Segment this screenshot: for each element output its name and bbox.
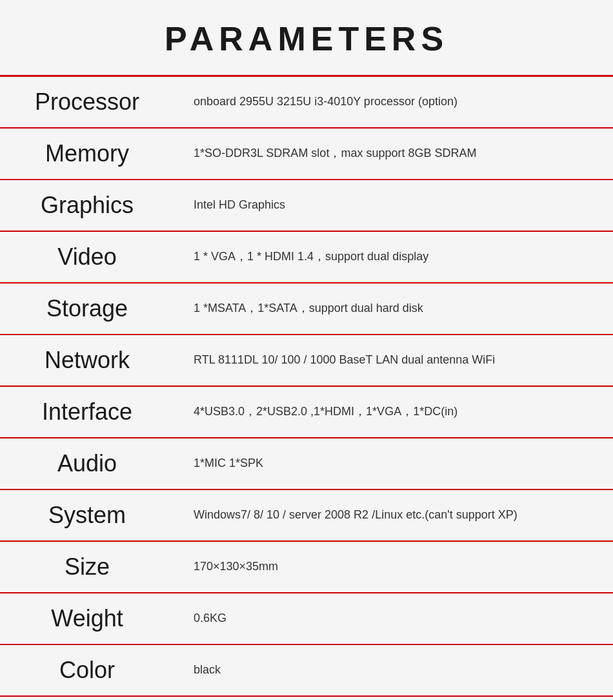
row-value: Windows7/ 8/ 10 / server 2008 R2 /Linux … <box>194 508 518 521</box>
label-cell: Adaptor <box>0 696 168 700</box>
value-cell: 12V 3A <box>168 696 613 700</box>
label-cell: Size <box>0 541 168 593</box>
label-cell: Processor <box>0 77 168 128</box>
table-row: Adaptor12V 3A <box>0 696 613 700</box>
table-row: Memory1*SO-DDR3L SDRAM slot，max support … <box>0 128 613 180</box>
page-container: PARAMETERS Processoronboard 2955U 3215U … <box>0 0 613 700</box>
table-row: Weight0.6KG <box>0 593 613 644</box>
table-row: NetworkRTL 8111DL 10/ 100 / 1000 BaseT L… <box>0 335 613 386</box>
table-row: Interface4*USB3.0，2*USB2.0 ,1*HDMI，1*VGA… <box>0 386 613 438</box>
value-cell: Windows7/ 8/ 10 / server 2008 R2 /Linux … <box>168 489 613 541</box>
value-cell: 170×130×35mm <box>168 541 613 593</box>
label-cell: Network <box>0 335 168 386</box>
value-cell: onboard 2955U 3215U i3-4010Y processor (… <box>168 77 613 128</box>
row-value: 1*SO-DDR3L SDRAM slot，max support 8GB SD… <box>194 147 476 160</box>
row-label: Processor <box>35 88 139 115</box>
row-value: RTL 8111DL 10/ 100 / 1000 BaseT LAN dual… <box>194 353 495 366</box>
row-label: Video <box>57 243 116 270</box>
row-label: Weight <box>51 605 123 632</box>
row-label: Memory <box>45 140 129 167</box>
row-value: 4*USB3.0，2*USB2.0 ,1*HDMI，1*VGA，1*DC(in) <box>194 405 457 418</box>
row-value: 0.6KG <box>194 612 226 624</box>
row-label: Graphics <box>41 192 134 218</box>
label-cell: Storage <box>0 283 168 335</box>
label-cell: Interface <box>0 386 168 438</box>
table-row: GraphicsIntel HD Graphics <box>0 180 613 231</box>
row-value: Intel HD Graphics <box>194 198 285 211</box>
label-cell: System <box>0 489 168 541</box>
label-cell: Weight <box>0 593 168 644</box>
label-cell: Graphics <box>0 180 168 231</box>
value-cell: 1 * VGA，1 * HDMI 1.4，support dual displa… <box>168 231 613 283</box>
row-value: 1 * VGA，1 * HDMI 1.4，support dual displa… <box>194 250 428 263</box>
label-cell: Memory <box>0 128 168 180</box>
row-label: Audio <box>57 450 117 477</box>
row-value: black <box>194 663 221 676</box>
page-title: PARAMETERS <box>0 13 613 68</box>
label-cell: Video <box>0 231 168 283</box>
value-cell: 0.6KG <box>168 593 613 644</box>
row-label: System <box>48 502 126 528</box>
row-value: 170×130×35mm <box>194 560 278 573</box>
row-label: Network <box>45 347 130 373</box>
row-value: 1 *MSATA，1*SATA，support dual hard disk <box>194 302 423 314</box>
value-cell: 4*USB3.0，2*USB2.0 ,1*HDMI，1*VGA，1*DC(in) <box>168 386 613 438</box>
row-label: Color <box>59 657 115 683</box>
table-row: Size170×130×35mm <box>0 541 613 593</box>
params-table: Processoronboard 2955U 3215U i3-4010Y pr… <box>0 77 613 700</box>
table-row: Video1 * VGA，1 * HDMI 1.4，support dual d… <box>0 231 613 283</box>
table-row: Processoronboard 2955U 3215U i3-4010Y pr… <box>0 77 613 128</box>
label-cell: Color <box>0 644 168 696</box>
row-value: onboard 2955U 3215U i3-4010Y processor (… <box>194 95 457 108</box>
row-value: 1*MIC 1*SPK <box>194 457 263 469</box>
row-label: Storage <box>46 295 128 322</box>
value-cell: RTL 8111DL 10/ 100 / 1000 BaseT LAN dual… <box>168 335 613 386</box>
row-label: Size <box>65 553 110 580</box>
table-row: Audio1*MIC 1*SPK <box>0 438 613 489</box>
value-cell: 1 *MSATA，1*SATA，support dual hard disk <box>168 283 613 335</box>
value-cell: black <box>168 644 613 696</box>
value-cell: 1*MIC 1*SPK <box>168 438 613 489</box>
value-cell: 1*SO-DDR3L SDRAM slot，max support 8GB SD… <box>168 128 613 180</box>
table-row: Colorblack <box>0 644 613 696</box>
table-row: Storage1 *MSATA，1*SATA，support dual hard… <box>0 283 613 335</box>
value-cell: Intel HD Graphics <box>168 180 613 231</box>
label-cell: Audio <box>0 438 168 489</box>
row-label: Interface <box>42 398 132 425</box>
table-row: SystemWindows7/ 8/ 10 / server 2008 R2 /… <box>0 489 613 541</box>
